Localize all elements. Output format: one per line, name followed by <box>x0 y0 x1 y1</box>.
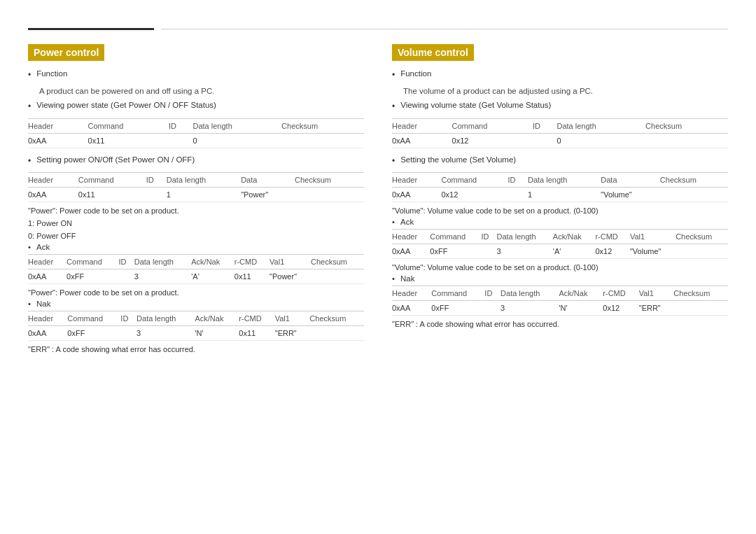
td-command: 0xFF <box>67 326 120 341</box>
power-off-text: 0: Power OFF <box>28 232 364 240</box>
td-ack-nak: 'N' <box>559 301 603 316</box>
td-checksum <box>295 188 364 202</box>
td-id <box>169 133 193 148</box>
volume-note1: "Volume": Volume value code to be set on… <box>392 206 728 215</box>
td-command: 0x12 <box>452 133 533 148</box>
th-header: Header <box>28 118 88 133</box>
td-r-cmd: 0x12 <box>603 301 638 316</box>
th-checksum: Checksum <box>645 118 728 133</box>
td-data-length: 3 <box>496 244 552 259</box>
th-checksum: Checksum <box>673 286 728 301</box>
th-checksum: Checksum <box>660 173 728 188</box>
th-id: ID <box>169 118 193 133</box>
th-id: ID <box>118 255 134 269</box>
td-data-length: 1 <box>167 188 241 202</box>
td-val1: "ERR" <box>275 326 310 341</box>
power-function-desc: A product can be powered on and off usin… <box>39 87 364 95</box>
volume-viewing-table: Header Command ID Data length Checksum 0… <box>392 118 728 148</box>
th-header: Header <box>28 173 78 188</box>
td-data-length: 1 <box>528 188 601 202</box>
td-data-length: 3 <box>500 301 559 316</box>
td-id <box>118 269 134 284</box>
th-data-length: Data length <box>136 311 195 326</box>
volume-control-section: Volume control Function The volume of a … <box>392 44 728 356</box>
volume-note2: "Volume": Volume value code to be set on… <box>392 263 728 272</box>
td-header: 0xAA <box>28 326 67 341</box>
th-id: ID <box>484 286 500 301</box>
table-row: 0xAA 0xFF 3 'N' 0x12 "ERR" <box>392 301 728 316</box>
td-checksum <box>673 301 728 316</box>
th-command: Command <box>430 230 481 244</box>
th-header: Header <box>392 230 430 244</box>
volume-setting-table: Header Command ID Data length Data Check… <box>392 172 728 202</box>
td-data-length: 0 <box>193 133 282 148</box>
th-header: Header <box>28 311 67 326</box>
td-checksum <box>309 326 364 341</box>
td-id <box>484 301 500 316</box>
th-val1: Val1 <box>630 230 676 244</box>
table-row: 0xAA 0xFF 3 'A' 0x12 "Volume" <box>392 244 728 259</box>
td-header: 0xAA <box>392 244 430 259</box>
td-val1: "Power" <box>270 269 311 284</box>
top-line-light <box>161 29 728 29</box>
power-on-text: 1: Power ON <box>28 219 364 227</box>
volume-nak-table: Header Command ID Data length Ack/Nak r-… <box>392 286 728 316</box>
power-viewing-label: Viewing power state (Get Power ON / OFF … <box>36 101 216 109</box>
td-checksum <box>676 244 728 259</box>
td-val1: "ERR" <box>639 301 674 316</box>
power-setting-label: Setting power ON/Off (Set Power ON / OFF… <box>36 155 195 164</box>
th-ack-nak: Ack/Nak <box>553 230 596 244</box>
th-data: Data <box>601 173 660 188</box>
th-val1: Val1 <box>639 286 674 301</box>
td-id <box>533 133 557 148</box>
td-command: 0xFF <box>66 269 118 284</box>
td-id <box>508 188 528 202</box>
th-id: ID <box>482 230 497 244</box>
td-id <box>120 326 136 341</box>
th-data-length: Data length <box>557 118 646 133</box>
th-checksum: Checksum <box>295 173 364 188</box>
power-nak-table: Header Command ID Data length Ack/Nak r-… <box>28 311 364 341</box>
td-data-length: 3 <box>136 326 195 341</box>
th-data-length: Data length <box>193 118 282 133</box>
table-row: 0xAA 0xFF 3 'A' 0x11 "Power" <box>28 269 364 284</box>
td-data-length: 3 <box>134 269 192 284</box>
td-checksum <box>660 188 728 202</box>
th-val1: Val1 <box>270 255 311 269</box>
th-command: Command <box>431 286 484 301</box>
td-r-cmd: 0x11 <box>239 326 274 341</box>
th-id: ID <box>146 173 167 188</box>
th-data-length: Data length <box>528 173 601 188</box>
th-header: Header <box>28 255 66 269</box>
th-data-length: Data length <box>500 286 559 301</box>
table-row: 0xAA 0x12 0 <box>392 133 728 148</box>
td-ack-nak: 'A' <box>553 244 596 259</box>
th-ack-nak: Ack/Nak <box>559 286 603 301</box>
th-command: Command <box>66 255 118 269</box>
td-id <box>482 244 497 259</box>
th-checksum: Checksum <box>309 311 364 326</box>
power-note1: "Power": Power code to be set on a produ… <box>28 206 364 215</box>
th-data-length: Data length <box>496 230 552 244</box>
td-r-cmd: 0x11 <box>234 269 270 284</box>
table-row: 0xAA 0x11 1 "Power" <box>28 188 364 202</box>
td-header: 0xAA <box>28 269 66 284</box>
td-id <box>146 188 167 202</box>
td-ack-nak: 'N' <box>195 326 239 341</box>
th-data: Data <box>241 173 295 188</box>
td-header: 0xAA <box>392 133 452 148</box>
td-checksum <box>281 133 364 148</box>
th-r-cmd: r-CMD <box>239 311 274 326</box>
power-viewing-table: Header Command ID Data length Checksum 0… <box>28 118 364 148</box>
th-data-length: Data length <box>134 255 192 269</box>
th-checksum: Checksum <box>676 230 728 244</box>
volume-viewing-label: Viewing volume state (Get Volume Status) <box>400 101 551 109</box>
th-header: Header <box>392 118 452 133</box>
th-command: Command <box>67 311 120 326</box>
td-header: 0xAA <box>392 188 441 202</box>
th-ack-nak: Ack/Nak <box>191 255 234 269</box>
th-command: Command <box>441 173 507 188</box>
td-command: 0xFF <box>430 244 481 259</box>
td-checksum <box>311 269 364 284</box>
th-checksum: Checksum <box>281 118 364 133</box>
